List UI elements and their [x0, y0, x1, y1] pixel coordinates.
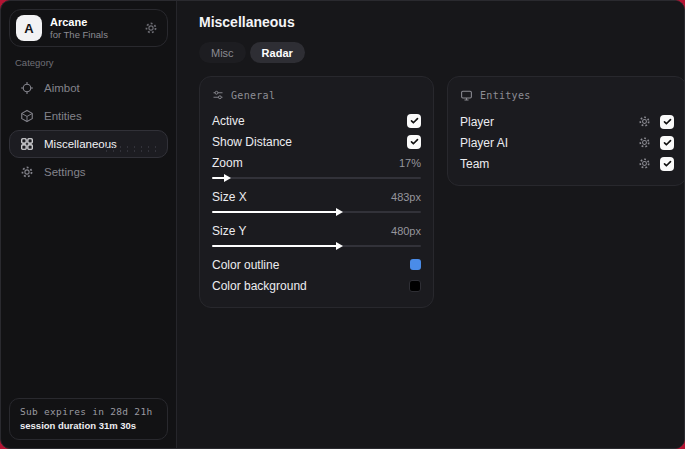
setting-row-size-y: Size Y 480px	[212, 220, 421, 241]
main-panel: Miscellaneous Misc Radar General Active	[176, 1, 685, 448]
tab-bar: Misc Radar	[199, 42, 685, 63]
app-subtitle: for The Finals	[50, 29, 108, 40]
page-title: Miscellaneous	[199, 14, 685, 30]
session-duration-text: session duration 31m 30s	[20, 420, 157, 431]
player-checkbox[interactable]	[660, 115, 674, 129]
crosshair-icon	[20, 81, 34, 95]
sidebar-item-aimbot[interactable]: Aimbot	[9, 74, 168, 102]
size-y-slider[interactable]	[212, 241, 421, 251]
setting-row-show-distance: Show Distance	[212, 131, 421, 152]
sidebar-item-label: Entities	[44, 110, 82, 122]
subscription-card: Sub expires in 28d 21h session duration …	[9, 398, 168, 440]
sidebar-item-miscellaneous[interactable]: Miscellaneous	[9, 130, 168, 158]
zoom-value: 17%	[399, 157, 421, 169]
sidebar: A Arcane for The Finals Category Aimbot	[1, 1, 176, 448]
cube-icon	[20, 109, 34, 123]
entities-card: Entityes Player Player AI	[447, 76, 685, 186]
slider-track	[212, 177, 421, 180]
category-label: Category	[15, 57, 162, 68]
setting-label: Show Distance	[212, 135, 292, 149]
player-ai-checkbox[interactable]	[660, 136, 674, 150]
entity-row-player: Player	[460, 111, 674, 132]
size-x-value: 483px	[391, 191, 421, 203]
check-icon	[663, 159, 672, 168]
tab-misc[interactable]: Misc	[199, 42, 246, 63]
gear-icon	[20, 165, 34, 179]
general-card-title: General	[231, 90, 275, 101]
slider-thumb[interactable]	[336, 242, 343, 250]
sidebar-nav: Aimbot Entities Miscellaneous Settings	[9, 74, 168, 186]
app-window: A Arcane for The Finals Category Aimbot	[0, 0, 685, 449]
sidebar-item-entities[interactable]: Entities	[9, 102, 168, 130]
avatar: A	[16, 15, 42, 41]
general-card: General Active Show Distance Zoom	[199, 76, 434, 308]
setting-label: Size Y	[212, 224, 246, 238]
setting-row-color-background: Color background	[212, 275, 421, 296]
color-background-swatch[interactable]	[409, 280, 421, 292]
entity-label: Team	[460, 157, 489, 171]
setting-row-size-x: Size X 483px	[212, 186, 421, 207]
entity-row-player-ai: Player AI	[460, 132, 674, 153]
gear-icon[interactable]	[638, 136, 651, 149]
gear-icon[interactable]	[638, 115, 651, 128]
size-x-slider[interactable]	[212, 207, 421, 217]
setting-label: Color background	[212, 279, 307, 293]
gear-icon[interactable]	[638, 157, 651, 170]
entity-label: Player	[460, 115, 494, 129]
entity-label: Player AI	[460, 136, 508, 150]
backdrop: { "backdrop_color": "#b31433", "profile"…	[0, 0, 685, 449]
slider-track	[212, 211, 421, 214]
entities-card-header: Entityes	[460, 89, 674, 102]
show-distance-checkbox[interactable]	[407, 135, 421, 149]
check-icon	[663, 138, 672, 147]
setting-label: Size X	[212, 190, 247, 204]
slider-thumb[interactable]	[224, 174, 231, 182]
setting-label: Zoom	[212, 156, 243, 170]
active-checkbox[interactable]	[407, 114, 421, 128]
tab-radar[interactable]: Radar	[250, 42, 305, 63]
size-y-value: 480px	[391, 225, 421, 237]
setting-label: Active	[212, 114, 245, 128]
zoom-slider[interactable]	[212, 173, 421, 183]
sidebar-item-label: Aimbot	[44, 82, 80, 94]
entities-card-title: Entityes	[480, 90, 531, 101]
slider-fill	[212, 211, 337, 214]
profile-text: Arcane for The Finals	[50, 16, 108, 41]
sidebar-item-label: Miscellaneous	[44, 138, 117, 150]
entity-controls	[638, 115, 674, 129]
grid-icon	[20, 137, 34, 151]
setting-row-active: Active	[212, 110, 421, 131]
check-icon	[663, 117, 672, 126]
setting-row-zoom: Zoom 17%	[212, 152, 421, 173]
entity-controls	[638, 157, 674, 171]
cards-row: General Active Show Distance Zoom	[199, 76, 685, 308]
monitor-icon	[460, 89, 473, 102]
general-card-header: General	[212, 89, 421, 101]
sidebar-item-settings[interactable]: Settings	[9, 158, 168, 186]
sub-expires-text: Sub expires in 28d 21h	[20, 406, 157, 417]
sidebar-item-label: Settings	[44, 166, 86, 178]
color-outline-swatch[interactable]	[410, 259, 421, 270]
profile-card: A Arcane for The Finals	[9, 9, 168, 47]
entity-row-team: Team	[460, 153, 674, 174]
app-name: Arcane	[50, 16, 108, 29]
check-icon	[410, 137, 419, 146]
slider-fill	[212, 245, 337, 248]
setting-label: Color outline	[212, 258, 279, 272]
slider-thumb[interactable]	[336, 208, 343, 216]
check-icon	[410, 116, 419, 125]
sliders-icon	[212, 89, 224, 101]
setting-row-color-outline: Color outline	[212, 254, 421, 275]
team-checkbox[interactable]	[660, 157, 674, 171]
gear-icon[interactable]	[144, 21, 158, 35]
slider-track	[212, 245, 421, 248]
entity-controls	[638, 136, 674, 150]
